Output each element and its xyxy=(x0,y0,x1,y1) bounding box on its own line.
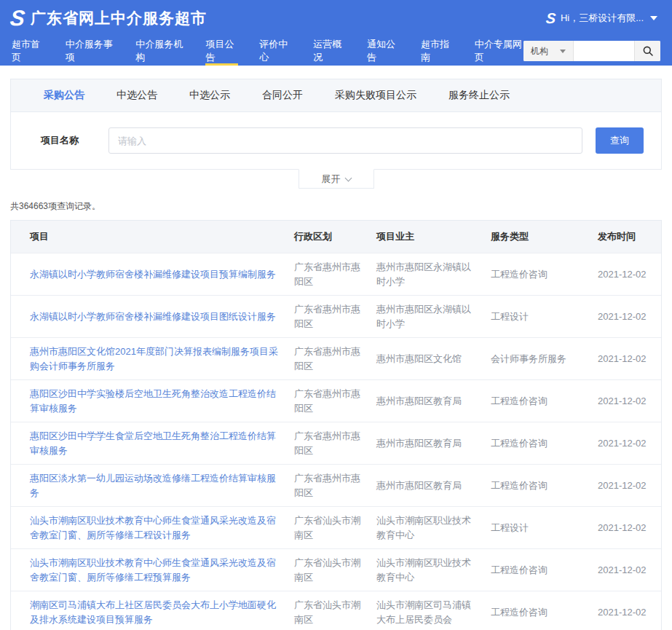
project-link[interactable]: 汕头市潮南区职业技术教育中心师生食堂通风采光改造及宿舍教室门窗、厕所等修缮工程设… xyxy=(30,515,276,540)
query-button[interactable]: 查询 xyxy=(596,127,644,154)
tab-1[interactable]: 中选公告 xyxy=(116,89,157,102)
user-menu[interactable]: S Hi，三桥设计有限... xyxy=(546,11,657,25)
project-link[interactable]: 永湖镇以时小学教师宿舍楼补漏维修建设项目图纸设计服务 xyxy=(30,311,276,322)
header-search-group: 机构 xyxy=(523,41,660,61)
service-type-cell: 工程设计 xyxy=(483,296,590,338)
tab-2[interactable]: 中选公示 xyxy=(189,89,230,102)
chevron-down-icon xyxy=(560,50,566,53)
table-row: 汕头市潮南区职业技术教育中心师生食堂通风采光改造及宿舍教室门窗、厕所等修缮工程预… xyxy=(11,549,661,591)
project-cell: 惠州市惠阳区文化馆2021年度部门决算报表编制服务项目采购会计师事务所服务 xyxy=(11,338,287,380)
table-row: 永湖镇以时小学教师宿舍楼补漏维修建设项目图纸设计服务广东省惠州市惠阳区惠州市惠阳… xyxy=(11,296,661,338)
nav-item-2[interactable]: 中介服务机构 xyxy=(135,36,184,66)
results-table: 项目行政区划项目业主服务类型发布时间 永湖镇以时小学教师宿舍楼补漏维修建设项目预… xyxy=(11,221,661,630)
nav-item-6[interactable]: 通知公告 xyxy=(367,36,400,66)
project-cell: 惠阳区沙田中学实验楼后空地卫生死角整治改造工程造价结算审核服务 xyxy=(11,380,287,422)
table-row: 潮南区司马浦镇大布上社区居民委员会大布上小学地面硬化及排水系统建设项目预算服务广… xyxy=(11,591,661,630)
project-link[interactable]: 汕头市潮南区职业技术教育中心师生食堂通风采光改造及宿舍教室门窗、厕所等修缮工程预… xyxy=(30,557,276,583)
table-row: 永湖镇以时小学教师宿舍楼补漏维修建设项目预算编制服务广东省惠州市惠阳区惠州市惠阳… xyxy=(11,253,661,296)
nav-item-8[interactable]: 中介专属网页 xyxy=(475,36,523,66)
nav-item-3[interactable]: 项目公告 xyxy=(205,36,238,66)
owner-cell: 惠州市惠阳区永湖镇以时小学 xyxy=(369,253,483,296)
project-link[interactable]: 惠阳区沙田中学实验楼后空地卫生死角整治改造工程造价结算审核服务 xyxy=(30,388,276,414)
service-type-cell: 工程造价咨询 xyxy=(483,380,590,422)
region-cell: 广东省汕头市潮南区 xyxy=(287,549,369,591)
project-link[interactable]: 惠阳区沙田中学学生食堂后空地卫生死角整治工程造价结算审核服务 xyxy=(30,430,276,456)
nav-item-7[interactable]: 超市指南 xyxy=(421,36,454,66)
column-header-4: 发布时间 xyxy=(590,221,661,253)
project-link[interactable]: 惠州市惠阳区文化馆2021年度部门决算报表编制服务项目采购会计师事务所服务 xyxy=(30,346,278,371)
publish-date-cell: 2021-12-02 xyxy=(590,338,661,380)
header-search-input[interactable] xyxy=(574,41,634,61)
filter-form: 项目名称 查询 xyxy=(11,112,661,169)
search-category-value: 机构 xyxy=(531,45,548,58)
top-header: S 广东省网上中介服务超市 S Hi，三桥设计有限... xyxy=(0,0,672,36)
publish-date-cell: 2021-12-02 xyxy=(590,380,661,422)
service-type-cell: 工程造价咨询 xyxy=(483,591,590,630)
region-cell: 广东省惠州市惠阳区 xyxy=(287,253,369,296)
service-type-cell: 工程造价咨询 xyxy=(483,465,590,507)
publish-date-cell: 2021-12-02 xyxy=(590,422,661,465)
column-header-2: 项目业主 xyxy=(369,221,483,253)
project-name-input[interactable] xyxy=(108,127,582,154)
region-cell: 广东省惠州市惠阳区 xyxy=(287,380,369,422)
table-row: 汕头市潮南区职业技术教育中心师生食堂通风采光改造及宿舍教室门窗、厕所等修缮工程设… xyxy=(11,507,661,549)
publish-date-cell: 2021-12-02 xyxy=(590,549,661,591)
user-greeting: Hi，三桥设计有限... xyxy=(561,12,644,25)
publish-date-cell: 2021-12-02 xyxy=(590,591,661,630)
tab-0[interactable]: 采购公告 xyxy=(44,89,84,102)
nav-item-1[interactable]: 中介服务事项 xyxy=(66,36,114,66)
user-org-logo-icon: S xyxy=(545,11,554,25)
column-header-3: 服务类型 xyxy=(483,221,590,253)
service-type-cell: 工程设计 xyxy=(483,507,590,549)
owner-cell: 汕头市潮南区职业技术教育中心 xyxy=(369,549,483,591)
owner-cell: 惠州市惠阳区教育局 xyxy=(369,380,483,422)
project-cell: 惠阳区淡水第一幼儿园运动场改造修缮工程造价结算审核服务 xyxy=(11,465,287,507)
search-category-dropdown[interactable]: 机构 xyxy=(523,41,574,61)
nav-item-4[interactable]: 评价中心 xyxy=(259,36,292,66)
user-menu-caret-icon xyxy=(650,16,657,20)
project-cell: 惠阳区沙田中学学生食堂后空地卫生死角整治工程造价结算审核服务 xyxy=(11,422,287,465)
site-logo-icon: S xyxy=(9,7,24,29)
chevron-down-icon xyxy=(344,174,352,181)
announcement-tabs: 采购公告中选公告中选公示合同公开采购失败项目公示服务终止公示 xyxy=(11,79,661,112)
region-cell: 广东省惠州市惠阳区 xyxy=(287,465,369,507)
results-table-card: 项目行政区划项目业主服务类型发布时间 永湖镇以时小学教师宿舍楼补漏维修建设项目预… xyxy=(10,220,662,630)
tab-5[interactable]: 服务终止公示 xyxy=(448,89,510,102)
project-cell: 汕头市潮南区职业技术教育中心师生食堂通风采光改造及宿舍教室门窗、厕所等修缮工程设… xyxy=(11,507,287,549)
tab-3[interactable]: 合同公开 xyxy=(262,89,303,102)
main-nav: 超市首页中介服务事项中介服务机构项目公告评价中心运营概况通知公告超市指南中介专属… xyxy=(12,36,523,66)
project-cell: 汕头市潮南区职业技术教育中心师生食堂通风采光改造及宿舍教室门窗、厕所等修缮工程预… xyxy=(11,549,287,591)
filter-card: 采购公告中选公告中选公示合同公开采购失败项目公示服务终止公示 项目名称 查询 xyxy=(10,79,662,170)
service-type-cell: 工程造价咨询 xyxy=(483,549,590,591)
brand: S 广东省网上中介服务超市 xyxy=(10,7,207,29)
table-row: 惠阳区淡水第一幼儿园运动场改造修缮工程造价结算审核服务广东省惠州市惠阳区惠州市惠… xyxy=(11,465,661,507)
region-cell: 广东省汕头市潮南区 xyxy=(287,591,369,630)
owner-cell: 惠州市惠阳区永湖镇以时小学 xyxy=(369,296,483,338)
project-link[interactable]: 潮南区司马浦镇大布上社区居民委员会大布上小学地面硬化及排水系统建设项目预算服务 xyxy=(30,599,276,625)
project-link[interactable]: 惠阳区淡水第一幼儿园运动场改造修缮工程造价结算审核服务 xyxy=(30,473,276,498)
nav-item-5[interactable]: 运营概况 xyxy=(313,36,346,66)
publish-date-cell: 2021-12-02 xyxy=(590,465,661,507)
header-search-button[interactable] xyxy=(634,41,660,61)
region-cell: 广东省惠州市惠阳区 xyxy=(287,422,369,465)
owner-cell: 惠州市惠阳区教育局 xyxy=(369,422,483,465)
search-icon xyxy=(642,45,654,57)
nav-item-0[interactable]: 超市首页 xyxy=(12,36,44,66)
service-type-cell: 会计师事务所服务 xyxy=(483,338,590,380)
site-title: 广东省网上中介服务超市 xyxy=(31,8,207,28)
publish-date-cell: 2021-12-02 xyxy=(590,253,661,296)
page-content: 采购公告中选公告中选公示合同公开采购失败项目公示服务终止公示 项目名称 查询 展… xyxy=(0,79,672,630)
owner-cell: 汕头市潮南区职业技术教育中心 xyxy=(369,507,483,549)
table-body: 永湖镇以时小学教师宿舍楼补漏维修建设项目预算编制服务广东省惠州市惠阳区惠州市惠阳… xyxy=(11,253,661,630)
expand-button[interactable]: 展开 xyxy=(299,169,374,189)
publish-date-cell: 2021-12-02 xyxy=(590,296,661,338)
column-header-0: 项目 xyxy=(11,221,287,253)
table-row: 惠阳区沙田中学实验楼后空地卫生死角整治改造工程造价结算审核服务广东省惠州市惠阳区… xyxy=(11,380,661,422)
main-nav-bar: 超市首页中介服务事项中介服务机构项目公告评价中心运营概况通知公告超市指南中介专属… xyxy=(0,36,672,66)
table-row: 惠阳区沙田中学学生食堂后空地卫生死角整治工程造价结算审核服务广东省惠州市惠阳区惠… xyxy=(11,422,661,465)
expand-label: 展开 xyxy=(322,173,341,186)
region-cell: 广东省惠州市惠阳区 xyxy=(287,296,369,338)
tab-4[interactable]: 采购失败项目公示 xyxy=(335,89,416,102)
project-link[interactable]: 永湖镇以时小学教师宿舍楼补漏维修建设项目预算编制服务 xyxy=(30,269,276,280)
owner-cell: 惠州市惠阳区文化馆 xyxy=(369,338,483,380)
